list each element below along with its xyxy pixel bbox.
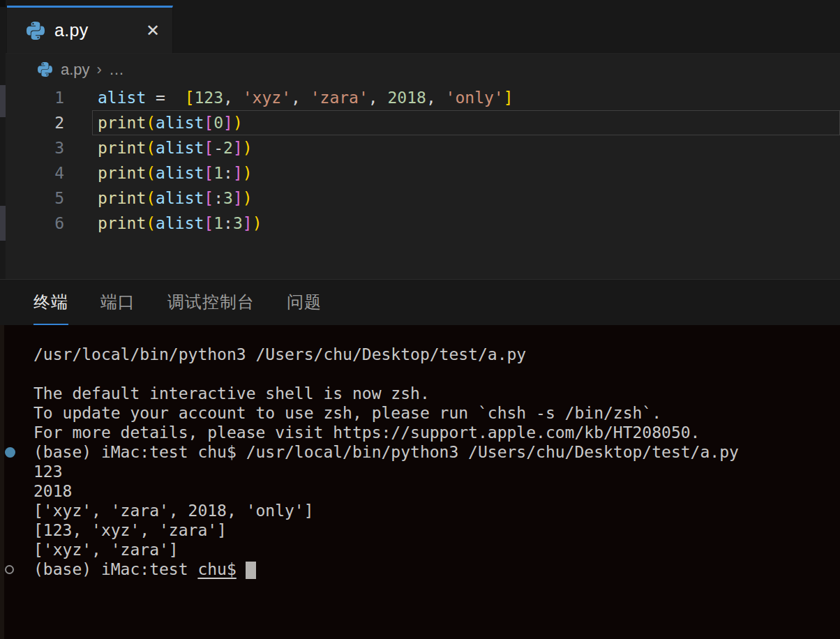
- editor-tab-bar: a.py ✕: [6, 6, 840, 54]
- terminal-text: ['xyz', 'zara', 2018, 'only']: [33, 501, 314, 520]
- terminal-line: 123: [0, 462, 840, 481]
- terminal-text: The default interactive shell is now zsh…: [33, 384, 430, 403]
- line-number: 2: [6, 114, 64, 132]
- line-number: 3: [6, 139, 64, 157]
- terminal-text: 123: [33, 462, 63, 481]
- terminal-gutter: [0, 565, 33, 574]
- terminal-line: To update your account to use zsh, pleas…: [0, 403, 840, 423]
- line-number: 1: [6, 89, 64, 107]
- panel-tab-bar: 终端端口调试控制台问题: [0, 279, 840, 325]
- terminal-text: (base) iMac:test chu$: [33, 559, 256, 579]
- breadcrumb[interactable]: a.py › …: [6, 54, 840, 85]
- window-top-strip: [0, 0, 840, 6]
- code-line[interactable]: 4print(alist[1:]): [6, 160, 840, 186]
- breadcrumb-file[interactable]: a.py: [61, 61, 90, 79]
- close-tab-icon[interactable]: ✕: [146, 22, 160, 39]
- scrollbar-thumb[interactable]: [0, 206, 6, 241]
- terminal-line: (base) iMac:test chu$ /usr/local/bin/pyt…: [0, 442, 840, 462]
- line-number: 6: [6, 214, 64, 232]
- terminal-text: To update your account to use zsh, pleas…: [33, 403, 661, 423]
- left-strip-cap: [0, 0, 6, 7]
- code-line[interactable]: 5print(alist[:3]): [6, 186, 840, 211]
- left-edge-scrollbar[interactable]: [0, 0, 6, 279]
- code-line[interactable]: 1alist = [123, 'xyz', 'zara', 2018, 'onl…: [6, 85, 840, 110]
- code-text: print(alist[1:3]): [92, 211, 840, 236]
- chevron-right-icon: ›: [97, 61, 102, 79]
- panel-tab-问题[interactable]: 问题: [287, 280, 322, 325]
- vscode-window: a.py ✕ a.py › … 1alist = [123, 'xyz', 'z…: [0, 0, 840, 639]
- terminal-line: [0, 364, 840, 384]
- panel-tab-端口[interactable]: 端口: [100, 280, 135, 325]
- python-icon: [38, 62, 52, 77]
- code-text: print(alist[-2]): [92, 135, 840, 160]
- terminal-line: 2018: [0, 481, 840, 501]
- terminal-line: ['xyz', 'zara']: [0, 540, 840, 559]
- python-icon: [27, 22, 45, 40]
- line-number: 4: [6, 164, 64, 182]
- terminal-line: (base) iMac:test chu$: [0, 559, 840, 579]
- code-editor[interactable]: 1alist = [123, 'xyz', 'zara', 2018, 'onl…: [6, 85, 840, 279]
- tab-a-py[interactable]: a.py ✕: [7, 6, 173, 53]
- terminal-text: [123, 'xyz', 'zara']: [33, 520, 227, 540]
- terminal-text: For more details, please visit https://s…: [33, 423, 700, 442]
- panel-tab-终端[interactable]: 终端: [33, 280, 68, 325]
- code-line[interactable]: 2print(alist[0]): [6, 110, 840, 135]
- command-decoration-icon[interactable]: [5, 565, 14, 574]
- command-decoration-icon[interactable]: [5, 447, 15, 458]
- code-text: print(alist[1:]): [92, 160, 840, 186]
- line-number: 5: [6, 189, 64, 207]
- terminal-line: ['xyz', 'zara', 2018, 'only']: [0, 501, 840, 520]
- terminal-text: /usr/local/bin/python3 /Users/chu/Deskto…: [33, 345, 526, 364]
- panel-tab-调试控制台[interactable]: 调试控制台: [167, 280, 255, 325]
- tab-label: a.py: [54, 20, 88, 40]
- breadcrumb-symbol[interactable]: …: [109, 61, 124, 79]
- code-line[interactable]: 6print(alist[1:3]): [6, 211, 840, 236]
- terminal-text: (base) iMac:test chu$ /usr/local/bin/pyt…: [33, 442, 739, 462]
- terminal-line: For more details, please visit https://s…: [0, 423, 840, 442]
- code-text: alist = [123, 'xyz', 'zara', 2018, 'only…: [92, 85, 840, 110]
- terminal-text: ['xyz', 'zara']: [33, 540, 179, 559]
- terminal-line: [123, 'xyz', 'zara']: [0, 520, 840, 540]
- terminal-gutter: [0, 447, 33, 458]
- terminal-line: The default interactive shell is now zsh…: [0, 384, 840, 403]
- terminal-line: /usr/local/bin/python3 /Users/chu/Deskto…: [0, 345, 840, 364]
- code-text: print(alist[:3]): [92, 186, 840, 211]
- scrollbar-thumb[interactable]: [0, 85, 6, 117]
- terminal-text: 2018: [33, 481, 72, 501]
- terminal-output[interactable]: /usr/local/bin/python3 /Users/chu/Deskto…: [0, 325, 840, 639]
- code-text: print(alist[0]): [92, 110, 840, 135]
- code-line[interactable]: 3print(alist[-2]): [6, 135, 840, 160]
- terminal-cursor: [246, 562, 256, 579]
